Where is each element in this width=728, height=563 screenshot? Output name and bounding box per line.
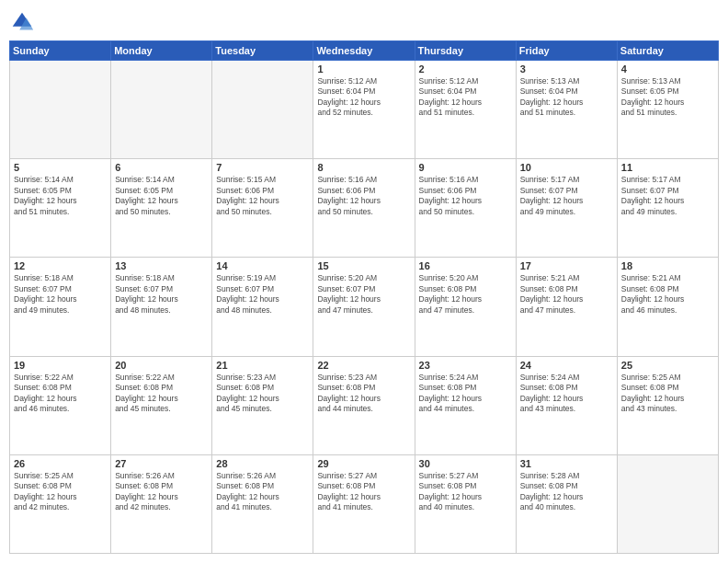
- day-number: 24: [520, 360, 613, 371]
- calendar-cell: 8Sunrise: 5:16 AM Sunset: 6:06 PM Daylig…: [313, 159, 415, 258]
- calendar-cell: 2Sunrise: 5:12 AM Sunset: 6:04 PM Daylig…: [415, 61, 516, 159]
- day-info: Sunrise: 5:26 AM Sunset: 6:08 PM Dayligh…: [115, 471, 208, 513]
- day-number: 20: [115, 360, 208, 371]
- calendar-cell: 24Sunrise: 5:24 AM Sunset: 6:08 PM Dayli…: [516, 356, 617, 454]
- weekday-header-thursday: Thursday: [415, 41, 516, 61]
- calendar-body: 1Sunrise: 5:12 AM Sunset: 6:04 PM Daylig…: [10, 61, 719, 554]
- day-info: Sunrise: 5:13 AM Sunset: 6:05 PM Dayligh…: [621, 76, 714, 119]
- calendar-cell: 28Sunrise: 5:26 AM Sunset: 6:08 PM Dayli…: [212, 454, 313, 553]
- day-info: Sunrise: 5:17 AM Sunset: 6:07 PM Dayligh…: [520, 175, 613, 217]
- day-info: Sunrise: 5:25 AM Sunset: 6:08 PM Dayligh…: [621, 373, 714, 415]
- day-info: Sunrise: 5:27 AM Sunset: 6:08 PM Dayligh…: [419, 471, 512, 513]
- calendar-cell: 14Sunrise: 5:19 AM Sunset: 6:07 PM Dayli…: [212, 258, 313, 356]
- day-info: Sunrise: 5:18 AM Sunset: 6:07 PM Dayligh…: [14, 273, 107, 316]
- day-number: 31: [520, 458, 613, 469]
- calendar-week-5: 26Sunrise: 5:25 AM Sunset: 6:08 PM Dayli…: [10, 454, 719, 553]
- day-info: Sunrise: 5:22 AM Sunset: 6:08 PM Dayligh…: [14, 373, 107, 415]
- day-number: 26: [14, 458, 107, 469]
- day-info: Sunrise: 5:23 AM Sunset: 6:08 PM Dayligh…: [317, 373, 410, 415]
- calendar-cell: 5Sunrise: 5:14 AM Sunset: 6:05 PM Daylig…: [10, 159, 111, 258]
- day-number: 11: [621, 162, 714, 173]
- calendar-cell: 10Sunrise: 5:17 AM Sunset: 6:07 PM Dayli…: [516, 159, 617, 258]
- day-number: 13: [115, 260, 208, 271]
- calendar-cell: 20Sunrise: 5:22 AM Sunset: 6:08 PM Dayli…: [111, 356, 212, 454]
- calendar-cell: 1Sunrise: 5:12 AM Sunset: 6:04 PM Daylig…: [313, 61, 415, 159]
- calendar-cell: 26Sunrise: 5:25 AM Sunset: 6:08 PM Dayli…: [10, 454, 111, 553]
- calendar-cell: 27Sunrise: 5:26 AM Sunset: 6:08 PM Dayli…: [111, 454, 212, 553]
- day-number: 27: [115, 458, 208, 469]
- day-number: 19: [14, 360, 107, 371]
- day-number: 16: [419, 260, 512, 271]
- calendar-cell: 29Sunrise: 5:27 AM Sunset: 6:08 PM Dayli…: [313, 454, 415, 553]
- calendar-cell: 21Sunrise: 5:23 AM Sunset: 6:08 PM Dayli…: [212, 356, 313, 454]
- day-info: Sunrise: 5:24 AM Sunset: 6:08 PM Dayligh…: [520, 373, 613, 415]
- day-number: 2: [419, 63, 512, 75]
- day-info: Sunrise: 5:19 AM Sunset: 6:07 PM Dayligh…: [216, 273, 309, 316]
- day-info: Sunrise: 5:18 AM Sunset: 6:07 PM Dayligh…: [115, 273, 208, 316]
- day-info: Sunrise: 5:23 AM Sunset: 6:08 PM Dayligh…: [216, 373, 309, 415]
- day-number: 9: [419, 162, 512, 173]
- day-number: 23: [419, 360, 512, 371]
- calendar-week-2: 5Sunrise: 5:14 AM Sunset: 6:05 PM Daylig…: [10, 159, 719, 258]
- day-info: Sunrise: 5:28 AM Sunset: 6:08 PM Dayligh…: [520, 471, 613, 513]
- calendar-cell: 15Sunrise: 5:20 AM Sunset: 6:07 PM Dayli…: [313, 258, 415, 356]
- calendar-cell: 9Sunrise: 5:16 AM Sunset: 6:06 PM Daylig…: [415, 159, 516, 258]
- calendar-cell: 11Sunrise: 5:17 AM Sunset: 6:07 PM Dayli…: [617, 159, 718, 258]
- day-info: Sunrise: 5:25 AM Sunset: 6:08 PM Dayligh…: [14, 471, 107, 513]
- calendar-cell: [212, 61, 313, 159]
- day-info: Sunrise: 5:21 AM Sunset: 6:08 PM Dayligh…: [621, 273, 714, 316]
- day-number: 30: [419, 458, 512, 469]
- calendar-cell: [617, 454, 718, 553]
- day-info: Sunrise: 5:20 AM Sunset: 6:07 PM Dayligh…: [317, 273, 410, 316]
- day-number: 8: [317, 162, 410, 173]
- calendar-week-3: 12Sunrise: 5:18 AM Sunset: 6:07 PM Dayli…: [10, 258, 719, 356]
- day-info: Sunrise: 5:16 AM Sunset: 6:06 PM Dayligh…: [317, 175, 410, 217]
- day-number: 29: [317, 458, 410, 469]
- calendar-cell: 7Sunrise: 5:15 AM Sunset: 6:06 PM Daylig…: [212, 159, 313, 258]
- day-number: 10: [520, 162, 613, 173]
- header: [9, 9, 719, 35]
- day-number: 15: [317, 260, 410, 271]
- calendar-cell: 31Sunrise: 5:28 AM Sunset: 6:08 PM Dayli…: [516, 454, 617, 553]
- calendar-cell: 3Sunrise: 5:13 AM Sunset: 6:04 PM Daylig…: [516, 61, 617, 159]
- calendar-cell: 13Sunrise: 5:18 AM Sunset: 6:07 PM Dayli…: [111, 258, 212, 356]
- calendar-cell: 12Sunrise: 5:18 AM Sunset: 6:07 PM Dayli…: [10, 258, 111, 356]
- day-number: 12: [14, 260, 107, 271]
- weekday-header-saturday: Saturday: [617, 41, 718, 61]
- day-number: 6: [115, 162, 208, 173]
- day-number: 25: [621, 360, 714, 371]
- day-number: 7: [216, 162, 309, 173]
- logo-icon: [9, 9, 35, 35]
- day-info: Sunrise: 5:21 AM Sunset: 6:08 PM Dayligh…: [520, 273, 613, 316]
- weekday-row: SundayMondayTuesdayWednesdayThursdayFrid…: [10, 41, 719, 61]
- calendar-cell: 17Sunrise: 5:21 AM Sunset: 6:08 PM Dayli…: [516, 258, 617, 356]
- logo: [9, 9, 39, 35]
- weekday-header-wednesday: Wednesday: [313, 41, 415, 61]
- weekday-header-tuesday: Tuesday: [212, 41, 313, 61]
- weekday-header-friday: Friday: [516, 41, 617, 61]
- page: SundayMondayTuesdayWednesdayThursdayFrid…: [0, 0, 728, 563]
- day-info: Sunrise: 5:12 AM Sunset: 6:04 PM Dayligh…: [317, 76, 410, 119]
- day-number: 22: [317, 360, 410, 371]
- day-number: 18: [621, 260, 714, 271]
- calendar-week-1: 1Sunrise: 5:12 AM Sunset: 6:04 PM Daylig…: [10, 61, 719, 159]
- day-number: 17: [520, 260, 613, 271]
- day-info: Sunrise: 5:20 AM Sunset: 6:08 PM Dayligh…: [419, 273, 512, 316]
- day-info: Sunrise: 5:27 AM Sunset: 6:08 PM Dayligh…: [317, 471, 410, 513]
- calendar-week-4: 19Sunrise: 5:22 AM Sunset: 6:08 PM Dayli…: [10, 356, 719, 454]
- day-info: Sunrise: 5:14 AM Sunset: 6:05 PM Dayligh…: [14, 175, 107, 217]
- day-number: 14: [216, 260, 309, 271]
- day-number: 28: [216, 458, 309, 469]
- calendar-cell: 23Sunrise: 5:24 AM Sunset: 6:08 PM Dayli…: [415, 356, 516, 454]
- day-info: Sunrise: 5:15 AM Sunset: 6:06 PM Dayligh…: [216, 175, 309, 217]
- day-number: 3: [520, 63, 613, 75]
- day-info: Sunrise: 5:17 AM Sunset: 6:07 PM Dayligh…: [621, 175, 714, 217]
- day-number: 5: [14, 162, 107, 173]
- day-info: Sunrise: 5:14 AM Sunset: 6:05 PM Dayligh…: [115, 175, 208, 217]
- day-info: Sunrise: 5:12 AM Sunset: 6:04 PM Dayligh…: [419, 76, 512, 119]
- weekday-header-monday: Monday: [111, 41, 212, 61]
- day-info: Sunrise: 5:24 AM Sunset: 6:08 PM Dayligh…: [419, 373, 512, 415]
- calendar-cell: [111, 61, 212, 159]
- day-info: Sunrise: 5:16 AM Sunset: 6:06 PM Dayligh…: [419, 175, 512, 217]
- day-number: 21: [216, 360, 309, 371]
